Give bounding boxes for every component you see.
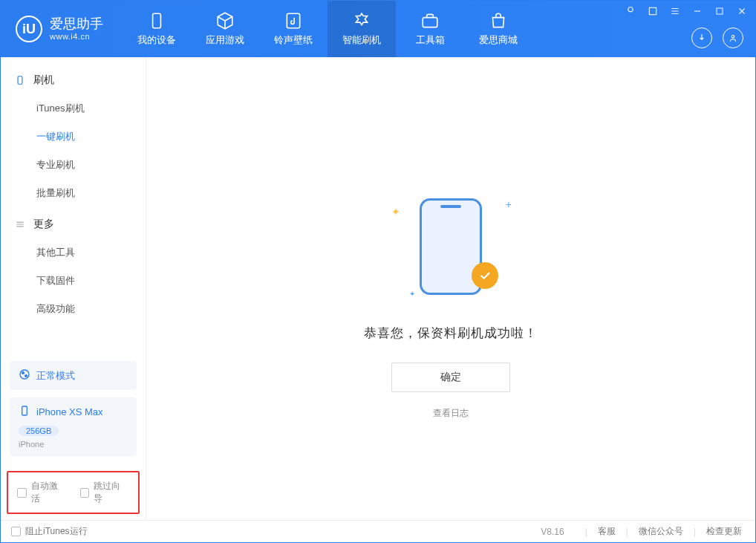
titlebar: iU 爱思助手 www.i4.cn 我的设备 应用游戏 铃声壁纸 智能刷机 工具…: [1, 1, 755, 57]
checkbox-auto-activate[interactable]: 自动激活: [17, 480, 67, 505]
hamburger-icon: [14, 218, 26, 230]
svg-point-8: [22, 372, 25, 374]
sidebar-item-pro-flash[interactable]: 专业刷机: [1, 151, 146, 179]
window-controls: [623, 4, 749, 19]
success-illustration: ✦ + ✦: [384, 191, 518, 302]
menu-icon[interactable]: [668, 4, 682, 19]
app-logo: iU 爱思助手 www.i4.cn: [1, 1, 115, 57]
device-name: iPhone XS Max: [36, 406, 103, 417]
svg-point-9: [25, 375, 27, 377]
svg-point-7: [20, 370, 29, 379]
nav-label: 铃声壁纸: [274, 33, 313, 47]
sparkle-icon: ✦: [391, 206, 400, 218]
device-phone-icon: [19, 405, 30, 419]
view-log-link[interactable]: 查看日志: [433, 407, 469, 420]
device-area: 正常模式 iPhone XS Max 256GB iPhone: [1, 361, 146, 471]
svg-rect-10: [22, 406, 27, 415]
checkbox-label: 自动激活: [31, 480, 67, 505]
nav-ringtone[interactable]: 铃声壁纸: [259, 1, 328, 57]
cube-icon: [215, 11, 235, 30]
svg-rect-4: [717, 8, 723, 14]
svg-rect-2: [423, 18, 437, 27]
version-label: V8.16: [541, 527, 564, 537]
svg-rect-6: [18, 77, 22, 85]
sidebar-item-advanced[interactable]: 高级功能: [1, 295, 146, 323]
svg-rect-1: [287, 13, 299, 28]
nav-store[interactable]: 爱思商城: [464, 1, 532, 57]
footer-link-support[interactable]: 客服: [595, 525, 619, 538]
svg-rect-0: [153, 13, 161, 28]
nav-flash[interactable]: 智能刷机: [328, 1, 396, 57]
body: 刷机 iTunes刷机 一键刷机 专业刷机 批量刷机 更多 其他工具 下载固件 …: [1, 57, 755, 520]
header-right: [691, 27, 743, 48]
section-title: 刷机: [33, 74, 54, 87]
nav-label: 我的设备: [137, 33, 176, 47]
footer-link-wechat[interactable]: 微信公众号: [636, 525, 686, 538]
checkbox-skip-wizard[interactable]: 跳过向导: [80, 480, 130, 505]
app-name: 爱思助手: [50, 17, 103, 32]
nav-label: 工具箱: [416, 33, 445, 47]
mode-icon: [19, 368, 30, 383]
checkbox-block-itunes[interactable]: 阻止iTunes运行: [11, 525, 88, 538]
sidebar-section-more: 更多: [1, 207, 146, 238]
sidebar-item-download-firmware[interactable]: 下载固件: [1, 267, 146, 295]
main-nav: 我的设备 应用游戏 铃声壁纸 智能刷机 工具箱 爱思商城: [123, 1, 532, 57]
sidebar-item-other-tools[interactable]: 其他工具: [1, 238, 146, 267]
mode-card[interactable]: 正常模式: [10, 361, 137, 390]
nav-label: 爱思商城: [479, 33, 518, 47]
phone-icon: [14, 74, 26, 86]
sidebar-item-batch-flash[interactable]: 批量刷机: [1, 179, 146, 207]
sidebar: 刷机 iTunes刷机 一键刷机 专业刷机 批量刷机 更多 其他工具 下载固件 …: [1, 57, 146, 520]
sidebar-item-one-click-flash[interactable]: 一键刷机: [1, 123, 146, 151]
close-icon[interactable]: [734, 4, 749, 19]
check-badge-icon: [472, 262, 498, 289]
bag-icon: [489, 11, 508, 30]
checkbox-label: 跳过向导: [94, 480, 129, 505]
music-icon: [284, 11, 303, 30]
minimize-icon[interactable]: [690, 4, 705, 19]
skin-icon[interactable]: [645, 4, 660, 19]
nav-label: 应用游戏: [206, 33, 244, 47]
nav-toolbox[interactable]: 工具箱: [396, 1, 464, 57]
ok-button[interactable]: 确定: [391, 362, 510, 392]
nav-my-device[interactable]: 我的设备: [123, 1, 191, 57]
maximize-icon[interactable]: [712, 4, 727, 19]
refresh-icon: [352, 11, 371, 30]
footer-link-update[interactable]: 检查更新: [703, 525, 745, 538]
app-domain: www.i4.cn: [50, 32, 103, 41]
sidebar-section-flash: 刷机: [1, 63, 146, 94]
main-content: ✦ + ✦ 恭喜您，保资料刷机成功啦！ 确定 查看日志: [146, 57, 755, 520]
svg-point-5: [731, 36, 734, 39]
success-message: 恭喜您，保资料刷机成功啦！: [364, 325, 538, 342]
mode-label: 正常模式: [36, 369, 75, 383]
svg-rect-3: [649, 7, 656, 14]
nav-label: 智能刷机: [342, 33, 381, 47]
checkbox-label: 阻止iTunes运行: [25, 525, 88, 538]
statusbar: 阻止iTunes运行 V8.16 | 客服 | 微信公众号 | 检查更新: [1, 520, 755, 542]
sparkle-icon: ✦: [409, 290, 415, 298]
toolbox-icon: [420, 11, 440, 30]
user-icon[interactable]: [723, 27, 743, 48]
nav-apps[interactable]: 应用游戏: [191, 1, 259, 57]
device-icon: [147, 11, 166, 30]
logo-icon: iU: [16, 16, 42, 42]
sidebar-item-itunes-flash[interactable]: iTunes刷机: [1, 94, 146, 123]
options-highlight: 自动激活 跳过向导: [7, 471, 140, 514]
device-type: iPhone: [19, 440, 128, 449]
section-title: 更多: [33, 218, 54, 231]
device-card[interactable]: iPhone XS Max 256GB iPhone: [10, 397, 137, 456]
device-capacity: 256GB: [19, 426, 59, 436]
feedback-icon[interactable]: [623, 4, 638, 19]
download-icon[interactable]: [691, 27, 712, 48]
sparkle-icon: +: [506, 198, 512, 210]
